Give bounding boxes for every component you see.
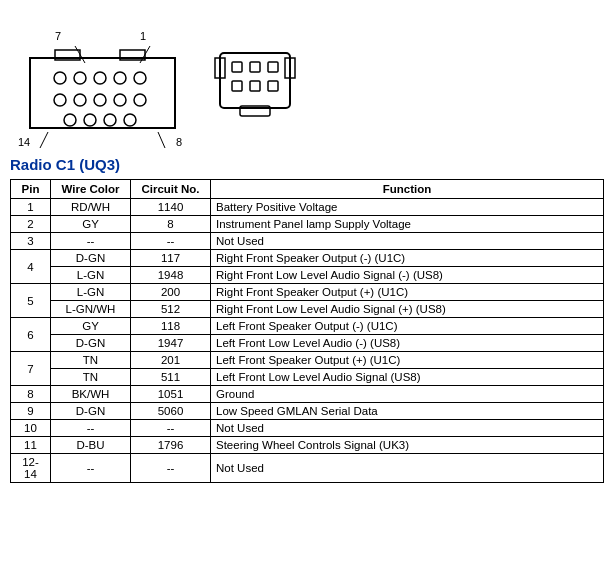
cell-function: Low Speed GMLAN Serial Data <box>211 403 604 420</box>
cell-pin: 8 <box>11 386 51 403</box>
header-function: Function <box>211 180 604 199</box>
svg-rect-29 <box>268 81 278 91</box>
svg-point-11 <box>74 94 86 106</box>
cell-pin: 4 <box>11 250 51 284</box>
table-row: 7TN201Left Front Speaker Output (+) (U1C… <box>11 352 604 369</box>
cell-circuit-no: 1947 <box>131 335 211 352</box>
header-pin: Pin <box>11 180 51 199</box>
cell-wire-color: D-GN <box>51 250 131 267</box>
table-row: D-GN1947Left Front Low Level Audio (-) (… <box>11 335 604 352</box>
main-connector-svg <box>10 28 190 148</box>
main-connector: 7 1 <box>10 28 190 148</box>
cell-function: Instrument Panel lamp Supply Voltage <box>211 216 604 233</box>
svg-point-14 <box>134 94 146 106</box>
cell-circuit-no: -- <box>131 233 211 250</box>
table-row: L-GN/WH512Right Front Low Level Audio Si… <box>11 301 604 318</box>
table-row: 3----Not Used <box>11 233 604 250</box>
cell-wire-color: RD/WH <box>51 199 131 216</box>
svg-rect-28 <box>250 81 260 91</box>
label-8: 8 <box>176 136 182 148</box>
cell-pin: 12-14 <box>11 454 51 483</box>
cell-pin: 11 <box>11 437 51 454</box>
cell-function: Left Front Low Level Audio (-) (US8) <box>211 335 604 352</box>
cell-function: Right Front Speaker Output (+) (U1C) <box>211 284 604 301</box>
cell-circuit-no: 118 <box>131 318 211 335</box>
table-row: 2GY8Instrument Panel lamp Supply Voltage <box>11 216 604 233</box>
cell-function: Left Front Speaker Output (-) (U1C) <box>211 318 604 335</box>
svg-rect-25 <box>250 62 260 72</box>
svg-point-7 <box>94 72 106 84</box>
cell-pin: 9 <box>11 403 51 420</box>
cell-circuit-no: -- <box>131 454 211 483</box>
svg-point-9 <box>134 72 146 84</box>
svg-point-8 <box>114 72 126 84</box>
cell-wire-color: BK/WH <box>51 386 131 403</box>
svg-line-20 <box>158 132 165 148</box>
table-row: 4D-GN117Right Front Speaker Output (-) (… <box>11 250 604 267</box>
cell-pin: 5 <box>11 284 51 318</box>
cell-wire-color: GY <box>51 216 131 233</box>
table-row: 10----Not Used <box>11 420 604 437</box>
cell-circuit-no: 8 <box>131 216 211 233</box>
diagram-area: 7 1 <box>10 8 604 148</box>
cell-function: Left Front Low Level Audio Signal (US8) <box>211 369 604 386</box>
cell-function: Left Front Speaker Output (+) (U1C) <box>211 352 604 369</box>
table-row: 9D-GN5060Low Speed GMLAN Serial Data <box>11 403 604 420</box>
table-row: L-GN1948Right Front Low Level Audio Sign… <box>11 267 604 284</box>
header-wire-color: Wire Color <box>51 180 131 199</box>
cell-function: Right Front Low Level Audio Signal (+) (… <box>211 301 604 318</box>
cell-circuit-no: 1948 <box>131 267 211 284</box>
header-circuit-no: Circuit No. <box>131 180 211 199</box>
cell-pin: 6 <box>11 318 51 352</box>
cell-wire-color: L-GN <box>51 284 131 301</box>
small-connector-svg <box>210 48 300 128</box>
svg-point-16 <box>84 114 96 126</box>
svg-rect-24 <box>232 62 242 72</box>
svg-rect-2 <box>30 58 175 128</box>
section-title: Radio C1 (UQ3) <box>10 156 604 173</box>
svg-point-13 <box>114 94 126 106</box>
cell-function: Steering Wheel Controls Signal (UK3) <box>211 437 604 454</box>
svg-rect-27 <box>232 81 242 91</box>
cell-circuit-no: 512 <box>131 301 211 318</box>
cell-wire-color: D-GN <box>51 403 131 420</box>
cell-pin: 3 <box>11 233 51 250</box>
cell-circuit-no: 511 <box>131 369 211 386</box>
cell-function: Not Used <box>211 454 604 483</box>
cell-circuit-no: 200 <box>131 284 211 301</box>
cell-function: Battery Positive Voltage <box>211 199 604 216</box>
cell-function: Ground <box>211 386 604 403</box>
svg-point-18 <box>124 114 136 126</box>
table-row: 11D-BU1796Steering Wheel Controls Signal… <box>11 437 604 454</box>
label-7: 7 <box>55 30 61 42</box>
label-1: 1 <box>140 30 146 42</box>
cell-wire-color: D-GN <box>51 335 131 352</box>
svg-point-10 <box>54 94 66 106</box>
cell-circuit-no: -- <box>131 420 211 437</box>
svg-line-19 <box>40 132 48 148</box>
page: 7 1 <box>0 0 614 491</box>
cell-circuit-no: 201 <box>131 352 211 369</box>
cell-wire-color: -- <box>51 233 131 250</box>
cell-circuit-no: 1051 <box>131 386 211 403</box>
label-14: 14 <box>18 136 30 148</box>
table-row: TN511Left Front Low Level Audio Signal (… <box>11 369 604 386</box>
svg-rect-26 <box>268 62 278 72</box>
cell-wire-color: GY <box>51 318 131 335</box>
cell-wire-color: L-GN/WH <box>51 301 131 318</box>
small-connector <box>210 48 300 138</box>
svg-point-5 <box>54 72 66 84</box>
cell-circuit-no: 1796 <box>131 437 211 454</box>
cell-wire-color: TN <box>51 369 131 386</box>
cell-wire-color: L-GN <box>51 267 131 284</box>
svg-point-12 <box>94 94 106 106</box>
cell-function: Not Used <box>211 233 604 250</box>
cell-wire-color: D-BU <box>51 437 131 454</box>
cell-function: Right Front Speaker Output (-) (U1C) <box>211 250 604 267</box>
cell-circuit-no: 1140 <box>131 199 211 216</box>
cell-function: Right Front Low Level Audio Signal (-) (… <box>211 267 604 284</box>
pin-table: Pin Wire Color Circuit No. Function 1RD/… <box>10 179 604 483</box>
cell-wire-color: TN <box>51 352 131 369</box>
svg-point-17 <box>104 114 116 126</box>
table-row: 6GY118Left Front Speaker Output (-) (U1C… <box>11 318 604 335</box>
